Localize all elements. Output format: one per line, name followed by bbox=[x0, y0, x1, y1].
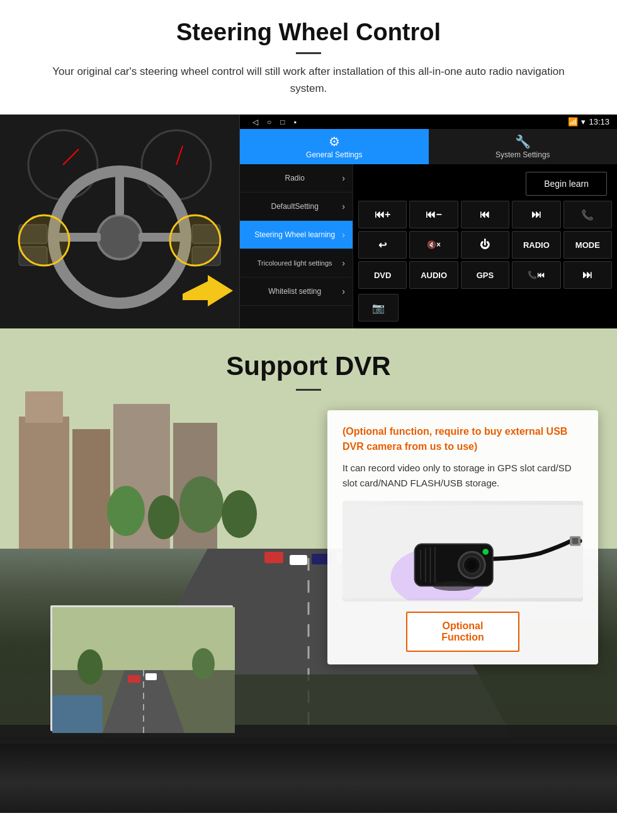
ctrl-mode[interactable]: MODE bbox=[563, 231, 612, 259]
dvr-thumb-svg bbox=[52, 607, 235, 733]
dvr-dashboard-overlay bbox=[0, 737, 617, 813]
signal-icon: 📶 bbox=[568, 117, 578, 126]
settings-menu: Radio › DefaultSetting › Steering Wheel … bbox=[240, 164, 353, 328]
menu-item-whitelist-label: Whitelist setting bbox=[247, 287, 342, 296]
dvr-title: Support DVR bbox=[0, 351, 617, 381]
begin-learn-row: Begin learn bbox=[358, 169, 612, 198]
optional-function-button[interactable]: Optional Function bbox=[406, 612, 519, 652]
tab-system-settings[interactable]: 🔧 System Settings bbox=[429, 129, 618, 164]
dvr-title-overlay: Support DVR bbox=[0, 328, 617, 391]
svg-point-6 bbox=[98, 215, 142, 259]
chevron-icon-5: › bbox=[342, 286, 345, 296]
dvr-optional-text: (Optional function, require to buy exter… bbox=[342, 424, 583, 454]
ctrl-mute[interactable]: 🔇× bbox=[409, 231, 458, 259]
steering-title-area: Steering Wheel Control Your original car… bbox=[0, 0, 617, 103]
svg-point-25 bbox=[179, 476, 224, 533]
dvr-divider bbox=[296, 389, 321, 391]
svg-rect-30 bbox=[264, 552, 283, 563]
clock-display: 13:13 bbox=[589, 117, 609, 126]
recent-nav-icon[interactable]: □ bbox=[280, 118, 285, 126]
chevron-icon-3: › bbox=[342, 230, 345, 240]
ctrl-vol-up[interactable]: ⏮+ bbox=[358, 201, 407, 228]
home-nav-icon[interactable]: ○ bbox=[267, 118, 271, 126]
control-buttons-grid: ⏮+ ⏮− ⏮ ⏭ 📞 ↩ 🔇× ⏻ RADIO MODE DVD AUDIO … bbox=[358, 201, 612, 289]
svg-rect-20 bbox=[72, 429, 110, 549]
wifi-icon: ▾ bbox=[581, 117, 586, 126]
ctrl-next-2[interactable]: ⏭ bbox=[563, 261, 612, 289]
dvr-section: Support DVR (Optional function, require … bbox=[0, 328, 617, 813]
dvr-description: It can record video only to storage in G… bbox=[342, 461, 583, 491]
dvr-camera-image bbox=[342, 501, 583, 602]
system-settings-icon: 🔧 bbox=[515, 134, 531, 149]
svg-point-24 bbox=[148, 495, 179, 539]
ctrl-power[interactable]: ⏻ bbox=[461, 231, 509, 259]
menu-item-default-label: DefaultSetting bbox=[247, 202, 342, 211]
ctrl-radio[interactable]: RADIO bbox=[512, 231, 560, 259]
title-divider bbox=[296, 52, 321, 54]
svg-point-14 bbox=[19, 215, 69, 266]
svg-point-23 bbox=[107, 486, 145, 536]
ctrl-phone-prev[interactable]: 📞⏮ bbox=[512, 261, 560, 289]
steering-ui-wrapper: ◁ ○ □ ▪ 📶 ▾ 13:13 ⚙ General Settings bbox=[0, 115, 617, 328]
svg-point-59 bbox=[483, 549, 489, 555]
svg-rect-50 bbox=[572, 538, 579, 544]
menu-item-radio[interactable]: Radio › bbox=[240, 164, 353, 193]
svg-point-26 bbox=[222, 490, 257, 538]
menu-item-tricoloured[interactable]: Tricoloured light settings › bbox=[240, 249, 353, 277]
menu-item-steering-label: Steering Wheel learning bbox=[247, 230, 342, 239]
android-body: Radio › DefaultSetting › Steering Wheel … bbox=[240, 164, 617, 328]
steering-wheel-bg bbox=[0, 115, 239, 328]
svg-rect-31 bbox=[290, 555, 307, 565]
ctrl-phone[interactable]: 📞 bbox=[563, 201, 612, 228]
svg-rect-42 bbox=[128, 675, 140, 683]
dvr-info-card: (Optional function, require to buy exter… bbox=[327, 410, 598, 664]
steering-section: Steering Wheel Control Your original car… bbox=[0, 0, 617, 328]
steering-content: Begin learn ⏮+ ⏮− ⏮ ⏭ 📞 ↩ 🔇× ⏻ RADIO MOD… bbox=[353, 164, 617, 328]
menu-item-radio-label: Radio bbox=[247, 174, 342, 182]
svg-point-45 bbox=[192, 648, 215, 680]
ctrl-dvd[interactable]: DVD bbox=[358, 261, 407, 289]
menu-item-steering[interactable]: Steering Wheel learning › bbox=[240, 221, 353, 249]
general-settings-icon: ⚙ bbox=[329, 134, 340, 149]
back-nav-icon[interactable]: ◁ bbox=[252, 118, 258, 126]
svg-rect-9 bbox=[115, 174, 124, 215]
steering-subtitle: Your original car's steering wheel contr… bbox=[38, 63, 579, 97]
svg-rect-19 bbox=[25, 391, 63, 423]
menu-item-tricoloured-label: Tricoloured light settings bbox=[247, 259, 342, 267]
menu-item-default[interactable]: DefaultSetting › bbox=[240, 193, 353, 221]
ctrl-back[interactable]: ↩ bbox=[358, 231, 407, 259]
tab-system-label: System Settings bbox=[495, 150, 550, 159]
tab-general-settings[interactable]: ⚙ General Settings bbox=[240, 129, 429, 164]
android-panel: ◁ ○ □ ▪ 📶 ▾ 13:13 ⚙ General Settings bbox=[239, 115, 617, 328]
menu-nav-icon[interactable]: ▪ bbox=[294, 118, 297, 126]
svg-point-58 bbox=[467, 560, 477, 569]
dvr-preview-thumbnail bbox=[50, 605, 233, 731]
menu-item-whitelist[interactable]: Whitelist setting › bbox=[240, 277, 353, 306]
svg-rect-43 bbox=[145, 673, 157, 680]
android-tabs: ⚙ General Settings 🔧 System Settings bbox=[240, 129, 617, 164]
dvr-camera-svg bbox=[342, 503, 583, 600]
svg-point-44 bbox=[77, 649, 103, 685]
steering-title: Steering Wheel Control bbox=[38, 19, 579, 46]
steering-photo bbox=[0, 115, 239, 328]
begin-learn-button[interactable]: Begin learn bbox=[526, 172, 607, 196]
ctrl-prev[interactable]: ⏮ bbox=[461, 201, 509, 228]
ctrl-audio[interactable]: AUDIO bbox=[409, 261, 458, 289]
svg-rect-18 bbox=[19, 417, 69, 549]
ctrl-next[interactable]: ⏭ bbox=[512, 201, 560, 228]
status-icons: 📶 ▾ 13:13 bbox=[568, 117, 609, 126]
tab-general-label: General Settings bbox=[306, 150, 362, 159]
android-statusbar: ◁ ○ □ ▪ 📶 ▾ 13:13 bbox=[240, 115, 617, 129]
chevron-icon: › bbox=[342, 173, 345, 183]
ctrl-gps[interactable]: GPS bbox=[461, 261, 509, 289]
svg-point-60 bbox=[433, 581, 475, 591]
chevron-icon-4: › bbox=[342, 258, 345, 268]
svg-point-15 bbox=[170, 215, 220, 266]
ctrl-vol-down[interactable]: ⏮− bbox=[409, 201, 458, 228]
svg-rect-46 bbox=[52, 695, 103, 733]
ctrl-dvr[interactable]: 📷 bbox=[358, 294, 399, 322]
steering-wheel-svg bbox=[0, 115, 239, 328]
chevron-icon-2: › bbox=[342, 201, 345, 211]
